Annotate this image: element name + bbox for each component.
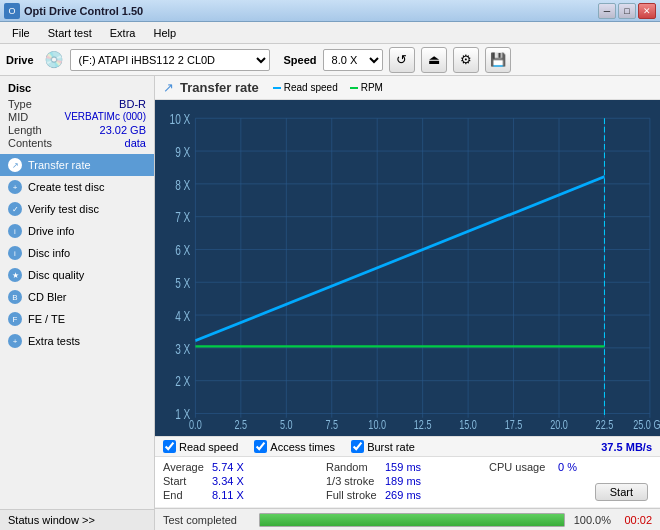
app-icon: O	[4, 3, 20, 19]
title-bar: O Opti Drive Control 1.50 ─ □ ✕	[0, 0, 660, 22]
chart-title: Transfer rate	[180, 80, 259, 95]
menu-start-test[interactable]: Start test	[40, 25, 100, 41]
stat-average-val: 5.74 X	[212, 461, 252, 473]
eject-button[interactable]: ⏏	[421, 47, 447, 73]
speed-label: Speed	[284, 54, 317, 66]
disc-info-icon: i	[8, 246, 22, 260]
settings-button[interactable]: ⚙	[453, 47, 479, 73]
legend-rpm-label: RPM	[361, 82, 383, 93]
sidebar-item-cd-bler[interactable]: B CD Bler	[0, 286, 154, 308]
stat-average-key: Average	[163, 461, 208, 473]
stat-full-stroke: Full stroke 269 ms	[326, 489, 489, 501]
svg-text:25.0 GB: 25.0 GB	[633, 418, 660, 432]
svg-text:5 X: 5 X	[175, 275, 190, 291]
sidebar-label-fe-te: FE / TE	[28, 313, 65, 325]
svg-text:17.5: 17.5	[505, 418, 523, 432]
menu-help[interactable]: Help	[145, 25, 184, 41]
svg-text:4 X: 4 X	[175, 308, 190, 324]
svg-text:2.5: 2.5	[235, 418, 248, 432]
stat-average: Average 5.74 X	[163, 461, 326, 473]
sidebar-item-fe-te[interactable]: F FE / TE	[0, 308, 154, 330]
stat-random-key: Random	[326, 461, 381, 473]
sidebar-item-transfer-rate[interactable]: ↗ Transfer rate	[0, 154, 154, 176]
access-times-checkbox-label: Access times	[270, 441, 335, 453]
read-speed-color	[273, 87, 281, 89]
speed-select[interactable]: 8.0 X	[323, 49, 383, 71]
progress-percent: 100.0%	[571, 514, 611, 526]
burst-rate-checkbox[interactable]	[351, 440, 364, 453]
menu-extra[interactable]: Extra	[102, 25, 144, 41]
progress-bar-container	[259, 513, 565, 527]
svg-text:2 X: 2 X	[175, 374, 190, 390]
extra-tests-icon: +	[8, 334, 22, 348]
chart-area: 10 X 9 X 8 X 7 X 6 X 5 X 4 X 3 X 2 X 1 X…	[155, 100, 660, 436]
fe-te-icon: F	[8, 312, 22, 326]
drive-info-icon: i	[8, 224, 22, 238]
stat-cpu-val: 0 %	[558, 461, 577, 473]
save-button[interactable]: 💾	[485, 47, 511, 73]
transfer-rate-chart: 10 X 9 X 8 X 7 X 6 X 5 X 4 X 3 X 2 X 1 X…	[155, 104, 660, 432]
sidebar-item-drive-info[interactable]: i Drive info	[0, 220, 154, 242]
verify-test-disc-icon: ✓	[8, 202, 22, 216]
refresh-button[interactable]: ↺	[389, 47, 415, 73]
disc-mid-row: MID VERBATIMc (000)	[8, 111, 146, 123]
sidebar-item-disc-info[interactable]: i Disc info	[0, 242, 154, 264]
drive-label: Drive	[6, 54, 34, 66]
stat-end: End 8.11 X	[163, 489, 326, 501]
create-test-disc-icon: +	[8, 180, 22, 194]
checkbox-burst-rate[interactable]: Burst rate	[351, 440, 415, 453]
disc-section: Disc Type BD-R MID VERBATIMc (000) Lengt…	[0, 76, 154, 154]
stat-end-val: 8.11 X	[212, 489, 252, 501]
disc-length-key: Length	[8, 124, 42, 136]
access-times-checkbox[interactable]	[254, 440, 267, 453]
sidebar-label-disc-info: Disc info	[28, 247, 70, 259]
sidebar-item-extra-tests[interactable]: + Extra tests	[0, 330, 154, 352]
checkbox-access-times[interactable]: Access times	[254, 440, 335, 453]
progress-row: Test completed 100.0% 00:02	[155, 508, 660, 530]
svg-text:8 X: 8 X	[175, 177, 190, 193]
drive-select[interactable]: (F:) ATAPI iHBS112 2 CL0D	[70, 49, 270, 71]
main-content: Disc Type BD-R MID VERBATIMc (000) Lengt…	[0, 76, 660, 530]
status-window-button[interactable]: Status window >>	[0, 509, 154, 530]
progress-bar-fill	[260, 514, 564, 526]
minimize-button[interactable]: ─	[598, 3, 616, 19]
svg-text:10 X: 10 X	[170, 111, 191, 127]
stat-start-val: 3.34 X	[212, 475, 252, 487]
stat-cpu-key: CPU usage	[489, 461, 554, 473]
sidebar-item-create-test-disc[interactable]: + Create test disc	[0, 176, 154, 198]
stat-stroke13: 1/3 stroke 189 ms	[326, 475, 489, 487]
stat-random: Random 159 ms	[326, 461, 489, 473]
stat-group-average: Average 5.74 X Start 3.34 X End 8.11 X	[163, 461, 326, 503]
svg-rect-0	[155, 104, 660, 432]
sidebar-label-disc-quality: Disc quality	[28, 269, 84, 281]
menu-bar: File Start test Extra Help	[0, 22, 660, 44]
svg-text:10.0: 10.0	[368, 418, 386, 432]
burst-rate-value: 37.5 MB/s	[601, 441, 652, 453]
burst-rate-checkbox-label: Burst rate	[367, 441, 415, 453]
stat-full-stroke-key: Full stroke	[326, 489, 381, 501]
sidebar-item-disc-quality[interactable]: ★ Disc quality	[0, 264, 154, 286]
svg-text:9 X: 9 X	[175, 144, 190, 160]
rpm-color	[350, 87, 358, 89]
menu-file[interactable]: File	[4, 25, 38, 41]
read-speed-checkbox-label: Read speed	[179, 441, 238, 453]
stat-full-stroke-val: 269 ms	[385, 489, 430, 501]
disc-type-val: BD-R	[119, 98, 146, 110]
start-button[interactable]: Start	[595, 483, 648, 501]
disc-mid-key: MID	[8, 111, 28, 123]
checkbox-read-speed[interactable]: Read speed	[163, 440, 238, 453]
svg-text:20.0: 20.0	[550, 418, 568, 432]
svg-text:22.5: 22.5	[596, 418, 614, 432]
stat-stroke13-val: 189 ms	[385, 475, 430, 487]
stats-row-1: Average 5.74 X Start 3.34 X End 8.11 X R…	[155, 457, 660, 508]
read-speed-checkbox[interactable]	[163, 440, 176, 453]
disc-length-val: 23.02 GB	[100, 124, 146, 136]
chart-legend: Read speed RPM	[273, 82, 383, 93]
sidebar-item-verify-test-disc[interactable]: ✓ Verify test disc	[0, 198, 154, 220]
status-window-label: Status window >>	[8, 514, 95, 526]
maximize-button[interactable]: □	[618, 3, 636, 19]
svg-text:12.5: 12.5	[414, 418, 432, 432]
progress-time: 00:02	[617, 514, 652, 526]
close-button[interactable]: ✕	[638, 3, 656, 19]
disc-title: Disc	[8, 82, 146, 94]
